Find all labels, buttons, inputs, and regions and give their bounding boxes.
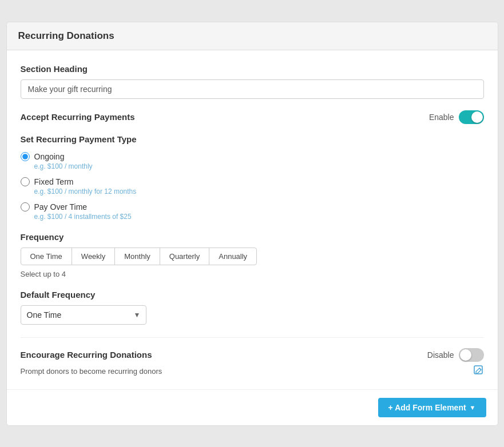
frequency-hint: Select up to 4 — [21, 270, 484, 278]
add-button-arrow-icon: ▼ — [470, 404, 476, 411]
encourage-row: Encourage Recurring Donations Disable — [21, 348, 484, 362]
accept-recurring-toggle[interactable] — [459, 110, 484, 124]
frequency-label: Frequency — [21, 232, 484, 242]
encourage-bottom: Prompt donors to become recurring donors — [21, 365, 484, 378]
accept-recurring-label: Accept Recurring Payments — [21, 112, 135, 122]
accept-recurring-row: Accept Recurring Payments Enable — [21, 110, 484, 124]
radio-fixed-term-sub: e.g. $100 / monthly for 12 months — [34, 187, 484, 195]
default-frequency-select[interactable]: One Time Weekly Monthly Quarterly Annual… — [21, 305, 146, 325]
encourage-label: Encourage Recurring Donations — [21, 350, 152, 360]
page-title: Recurring Donations — [18, 30, 114, 41]
frequency-buttons: One Time Weekly Monthly Quarterly Annual… — [21, 248, 484, 265]
accept-recurring-toggle-text: Enable — [429, 113, 454, 122]
card-footer: + Add Form Element ▼ — [7, 389, 498, 425]
freq-btn-weekly[interactable]: Weekly — [72, 248, 115, 265]
encourage-toggle-track — [459, 348, 484, 362]
encourage-toggle-row: Disable — [427, 348, 484, 362]
toggle-thumb — [471, 111, 483, 123]
radio-fixed-term-label: Fixed Term — [34, 177, 74, 186]
freq-btn-annually[interactable]: Annually — [209, 248, 257, 265]
toggle-track — [459, 110, 484, 124]
encourage-toggle[interactable] — [459, 348, 484, 362]
freq-btn-monthly[interactable]: Monthly — [114, 248, 160, 265]
encourage-section: Encourage Recurring Donations Disable Pr… — [21, 337, 484, 378]
payment-type-group: Ongoing e.g. $100 / monthly Fixed Term e… — [21, 152, 484, 221]
encourage-toggle-thumb — [460, 349, 471, 361]
section-heading-input[interactable] — [21, 79, 484, 99]
default-frequency-wrapper: One Time Weekly Monthly Quarterly Annual… — [21, 305, 146, 325]
card-body: Section Heading Accept Recurring Payment… — [7, 50, 498, 389]
freq-btn-one-time[interactable]: One Time — [21, 248, 72, 265]
main-card: Recurring Donations Section Heading Acce… — [6, 22, 498, 426]
encourage-toggle-text: Disable — [427, 350, 454, 360]
radio-ongoing[interactable] — [21, 152, 30, 161]
payment-type-label: Set Recurring Payment Type — [21, 134, 484, 144]
card-header: Recurring Donations — [7, 22, 498, 50]
section-heading-label: Section Heading — [21, 64, 484, 74]
accept-recurring-toggle-row: Enable — [429, 110, 484, 124]
radio-pay-over-time-sub: e.g. $100 / 4 installments of $25 — [34, 213, 484, 221]
edit-icon[interactable] — [474, 365, 484, 378]
radio-item-ongoing: Ongoing e.g. $100 / monthly — [21, 152, 484, 170]
radio-fixed-term[interactable] — [21, 177, 30, 186]
radio-ongoing-label: Ongoing — [34, 152, 65, 161]
radio-pay-over-time-label: Pay Over Time — [34, 202, 88, 211]
radio-ongoing-sub: e.g. $100 / monthly — [34, 162, 484, 170]
radio-item-fixed-term: Fixed Term e.g. $100 / monthly for 12 mo… — [21, 177, 484, 195]
radio-pay-over-time[interactable] — [21, 202, 30, 211]
add-form-element-button[interactable]: + Add Form Element ▼ — [378, 398, 486, 417]
default-frequency-label: Default Frequency — [21, 290, 484, 300]
freq-btn-quarterly[interactable]: Quarterly — [160, 248, 209, 265]
encourage-description: Prompt donors to become recurring donors — [21, 367, 162, 376]
add-form-element-label: + Add Form Element — [388, 403, 466, 412]
radio-item-pay-over-time: Pay Over Time e.g. $100 / 4 installments… — [21, 202, 484, 221]
